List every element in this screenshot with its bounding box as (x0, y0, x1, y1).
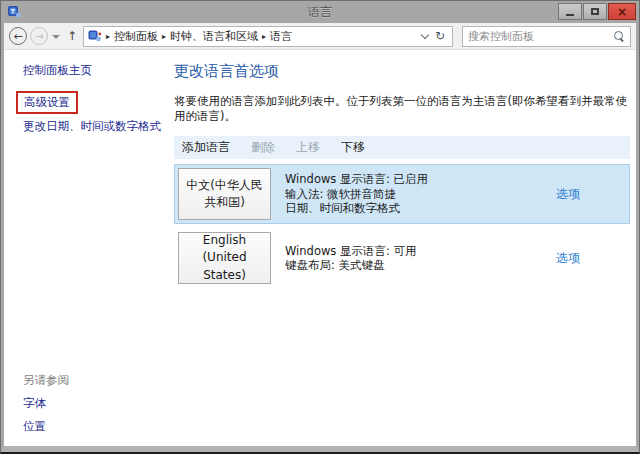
close-button[interactable]: × (608, 3, 636, 20)
up-button[interactable]: ↑ (64, 29, 80, 43)
refresh-icon[interactable]: ↻ (432, 29, 448, 43)
language-control-panel-window: 语言 × ← → ↑ ▸ (0, 0, 640, 454)
remove-button: 删除 (251, 139, 275, 156)
breadcrumb-separator-icon: ▸ (106, 32, 110, 41)
minimize-button[interactable] (558, 3, 582, 20)
breadcrumb-separator-icon: ▸ (262, 32, 266, 41)
minimize-icon (566, 14, 574, 16)
address-bar[interactable]: ▸ 控制面板 ▸ 时钟、语言和区域 ▸ 语言 ↻ (83, 26, 453, 47)
move-up-button: 上移 (296, 139, 320, 156)
detail-date-time-format: 日期、时间和数字格式 (285, 201, 556, 216)
language-list-toolbar: 添加语言 删除 上移 下移 (174, 136, 630, 159)
detail-keyboard-layout: 键盘布局: 美式键盘 (285, 258, 556, 273)
language-list: 中文(中华人民共和国) Windows 显示语言: 已启用 输入法: 微软拼音简… (174, 164, 630, 288)
breadcrumb-language-icon (88, 30, 102, 43)
breadcrumb-clock-language-region[interactable]: 时钟、语言和区域 (170, 29, 258, 44)
window-title: 语言 (1, 4, 639, 21)
add-language-button[interactable]: 添加语言 (182, 139, 230, 156)
search-input[interactable] (468, 30, 613, 43)
navigation-bar: ← → ↑ ▸ 控制面板 ▸ 时钟、语言和区域 ▸ 语言 (4, 23, 636, 50)
see-also-heading: 另请参阅 (23, 373, 161, 388)
move-down-button[interactable]: 下移 (341, 139, 365, 156)
page-title: 更改语言首选项 (174, 62, 630, 81)
language-row-english[interactable]: English (United States) Windows 显示语言: 可用… (174, 228, 630, 288)
language-tile[interactable]: 中文(中华人民共和国) (178, 168, 271, 220)
language-row-chinese[interactable]: 中文(中华人民共和国) Windows 显示语言: 已启用 输入法: 微软拼音简… (174, 164, 630, 224)
sidebar-item-location[interactable]: 位置 (23, 419, 161, 434)
language-tile[interactable]: English (United States) (178, 232, 271, 284)
options-link-chinese[interactable]: 选项 (556, 186, 580, 203)
sidebar: 控制面板主页 高级设置 更改日期、时间或数字格式 另请参阅 字体 位置 (4, 50, 165, 446)
detail-display-language: Windows 显示语言: 可用 (285, 244, 556, 259)
options-link-english[interactable]: 选项 (556, 250, 580, 267)
sidebar-item-change-date-time-formats[interactable]: 更改日期、时间或数字格式 (23, 119, 161, 134)
sidebar-item-control-panel-home[interactable]: 控制面板主页 (23, 63, 161, 78)
detail-input-method: 输入法: 微软拼音简捷 (285, 187, 556, 202)
sidebar-item-fonts[interactable]: 字体 (23, 396, 161, 411)
main-pane: 更改语言首选项 将要使用的语言添加到此列表中。位于列表第一位的语言为主语言(即你… (165, 50, 636, 446)
breadcrumb-control-panel[interactable]: 控制面板 (114, 29, 158, 44)
window-frame: ← → ↑ ▸ 控制面板 ▸ 时钟、语言和区域 ▸ 语言 (1, 23, 639, 452)
breadcrumb-separator-icon: ▸ (162, 32, 166, 41)
maximize-button[interactable] (583, 3, 607, 20)
search-box[interactable] (462, 26, 631, 47)
page-description: 将要使用的语言添加到此列表中。位于列表第一位的语言为主语言(即你希望看到并最常使… (174, 94, 630, 124)
recent-pages-dropdown-icon[interactable] (52, 35, 60, 39)
language-details: Windows 显示语言: 已启用 输入法: 微软拼音简捷 日期、时间和数字格式 (285, 172, 556, 216)
window-controls: × (557, 3, 636, 20)
breadcrumb-language[interactable]: 语言 (270, 29, 292, 44)
search-icon[interactable] (613, 30, 625, 42)
titlebar: 语言 × (1, 1, 639, 23)
detail-display-language: Windows 显示语言: 已启用 (285, 172, 556, 187)
maximize-icon (591, 8, 599, 15)
language-details: Windows 显示语言: 可用 键盘布局: 美式键盘 (285, 244, 556, 273)
sidebar-item-advanced-settings[interactable]: 高级设置 (24, 95, 70, 109)
back-button[interactable]: ← (9, 27, 27, 45)
forward-button[interactable]: → (30, 27, 48, 45)
content-area: 控制面板主页 高级设置 更改日期、时间或数字格式 另请参阅 字体 位置 更改语言… (4, 50, 636, 446)
address-dropdown-icon[interactable] (421, 30, 429, 38)
highlight-box: 高级设置 (16, 91, 78, 114)
sidebar-spacer (23, 134, 161, 373)
